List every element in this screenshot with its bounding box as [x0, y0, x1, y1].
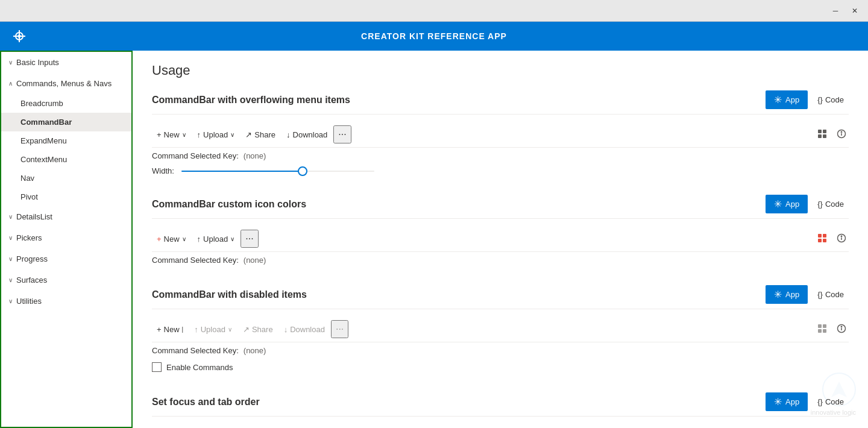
commandbar-colors: + New ∨ ↑ Upload ∨ ··· [152, 226, 849, 252]
cmd-selected-value-1: (none) [244, 151, 266, 160]
svg-point-3 [18, 35, 21, 38]
app-button-set-focus[interactable]: ✳ App [766, 392, 808, 411]
svg-rect-19 [823, 324, 826, 328]
cmd-upload-button[interactable]: ↑ Upload ∨ [192, 128, 240, 142]
cmd-selected-label-3: Command Selected Key: [152, 346, 239, 355]
sidebar-item-commandbar[interactable]: CommandBar [1, 113, 131, 131]
app-button-colors[interactable]: ✳ App [766, 195, 808, 213]
svg-rect-5 [823, 130, 826, 133]
section-title-disabled: CommandBar with disabled items [152, 289, 307, 300]
info-icon-button-2[interactable] [834, 231, 849, 247]
code-button-disabled[interactable]: {} Code [813, 286, 849, 303]
svg-rect-20 [818, 329, 822, 333]
grid-icon-button[interactable] [815, 127, 829, 143]
info-icon-button[interactable] [834, 127, 849, 143]
app-icon-colors: ✳ [774, 198, 782, 210]
close-button[interactable]: ✕ [846, 5, 863, 17]
app-button-label-disabled: App [785, 290, 799, 299]
code-icon-overflow: {} [817, 95, 823, 104]
grid-icon-button-3[interactable] [815, 321, 829, 338]
sidebar-item-expandmenu[interactable]: ExpandMenu [1, 131, 131, 150]
minimize-button[interactable]: ─ [827, 5, 844, 17]
code-icon-set-focus: {} [817, 397, 823, 406]
cmd-more-button[interactable]: ··· [333, 125, 351, 143]
cmd-upload-button-2[interactable]: ↑ Upload ∨ [192, 232, 240, 246]
sidebar-group-header-utilities[interactable]: ∨ Utilities [1, 291, 131, 312]
svg-rect-7 [823, 134, 826, 138]
sidebar-group-label-progress: Progress [16, 254, 48, 263]
plus-icon: + [157, 130, 162, 139]
sidebar-group-detailslist: ∨ DetailsList [1, 206, 131, 227]
app-title: CREATOR KIT REFERENCE APP [361, 31, 507, 41]
sidebar-group-header-pickers[interactable]: ∨ Pickers [1, 227, 131, 248]
app-body: ∨ Basic Inputs ∧ Commands, Menus & Navs … [0, 51, 868, 428]
sidebar-group-label-detailslist: DetailsList [16, 212, 52, 221]
cmd-share-label: Share [254, 130, 275, 139]
logo-icon [10, 27, 29, 46]
cmd-new-button[interactable]: + New ∨ [152, 128, 191, 142]
sidebar: ∨ Basic Inputs ∧ Commands, Menus & Navs … [0, 51, 133, 428]
cmd-new-button-3[interactable]: + New | [152, 323, 188, 336]
enable-commands-label: Enable Commands [166, 363, 233, 372]
section-set-focus: Set focus and tab order ✳ App {} Code [152, 392, 849, 417]
section-title-colors: CommandBar custom icon colors [152, 199, 306, 210]
code-button-set-focus[interactable]: {} Code [813, 394, 849, 410]
cmd-upload-chevron-2: ∨ [230, 236, 234, 242]
cmd-download-button-3: ↓ Download [279, 323, 330, 336]
upload-icon-3: ↑ [194, 325, 198, 334]
sidebar-group-header-basic-inputs[interactable]: ∨ Basic Inputs [1, 52, 131, 73]
sidebar-group-header-surfaces[interactable]: ∨ Surfaces [1, 269, 131, 291]
section-title-set-focus: Set focus and tab order [152, 397, 260, 408]
sidebar-item-breadcrumb[interactable]: Breadcrumb [1, 94, 131, 113]
command-selected-key-row-1: Command Selected Key: (none) [152, 148, 849, 164]
svg-rect-18 [818, 324, 822, 328]
svg-rect-21 [823, 329, 826, 333]
sidebar-group-header-commands[interactable]: ∧ Commands, Menus & Navs [1, 73, 131, 94]
sidebar-group-utilities: ∨ Utilities [1, 291, 131, 312]
enable-commands-row: Enable Commands [152, 359, 849, 376]
app-button-disabled[interactable]: ✳ App [766, 285, 808, 304]
svg-rect-13 [818, 239, 822, 242]
code-button-overflow[interactable]: {} Code [813, 92, 849, 108]
cmd-more-button-2[interactable]: ··· [241, 230, 258, 248]
sidebar-group-header-detailslist[interactable]: ∨ DetailsList [1, 206, 131, 227]
section-commandbar-disabled: CommandBar with disabled items ✳ App {} … [152, 285, 849, 376]
chevron-down-icon-5: ∨ [8, 277, 13, 283]
info-icon-button-3[interactable] [834, 321, 849, 338]
grid-icon-button-2[interactable] [815, 231, 829, 247]
enable-commands-checkbox[interactable] [152, 362, 162, 372]
download-icon-3: ↓ [284, 325, 288, 334]
slider-fill [181, 171, 302, 172]
commandbar-overflow: + New ∨ ↑ Upload ∨ ↗ Share ↓ Download · [152, 122, 849, 148]
cmd-right-icons-3 [815, 321, 849, 338]
command-selected-key-row-2: Command Selected Key: (none) [152, 252, 849, 268]
section-header-overflow: CommandBar with overflowing menu items ✳… [152, 90, 849, 115]
sidebar-group-commands: ∧ Commands, Menus & Navs Breadcrumb Comm… [1, 73, 131, 206]
sidebar-item-nav[interactable]: Nav [1, 169, 131, 187]
cmd-download-label: Download [293, 130, 328, 139]
cmd-more-button-3: ··· [331, 320, 348, 338]
svg-rect-6 [818, 134, 822, 138]
app-button-overflow[interactable]: ✳ App [766, 90, 808, 109]
cmd-share-label-3: Share [252, 325, 273, 334]
chevron-down-icon-6: ∨ [8, 298, 13, 304]
slider-thumb[interactable] [298, 166, 307, 176]
width-label: Width: [152, 166, 174, 175]
sidebar-group-header-progress[interactable]: ∨ Progress [1, 248, 131, 269]
cmd-share-button[interactable]: ↗ Share [241, 128, 280, 142]
sidebar-item-contextmenu[interactable]: ContextMenu [1, 150, 131, 169]
code-button-label-colors: Code [825, 200, 844, 209]
code-button-colors[interactable]: {} Code [813, 196, 849, 212]
sidebar-item-pivot[interactable]: Pivot [1, 187, 131, 206]
cmd-new-label-3: New [164, 325, 180, 334]
sidebar-group-label-utilities: Utilities [16, 297, 42, 306]
cmd-upload-chevron: ∨ [230, 131, 234, 138]
svg-rect-4 [818, 130, 822, 133]
app-icon-set-focus: ✳ [774, 396, 782, 408]
cmd-download-button[interactable]: ↓ Download [281, 128, 332, 142]
width-slider[interactable] [181, 171, 374, 172]
cmd-selected-value-2: (none) [244, 256, 266, 265]
section-actions-set-focus: ✳ App {} Code [766, 392, 849, 411]
cmd-new-label: New [164, 130, 180, 139]
cmd-new-button-2[interactable]: + New ∨ [152, 232, 191, 246]
